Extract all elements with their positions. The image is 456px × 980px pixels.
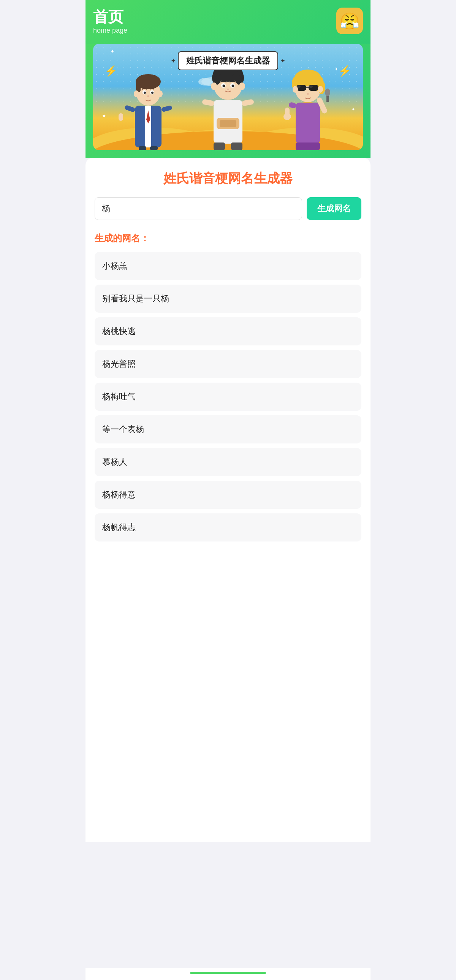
svg-point-32 — [232, 85, 234, 88]
list-item[interactable]: 小杨羔 — [95, 252, 361, 280]
list-item[interactable]: 等一个表杨 — [95, 415, 361, 444]
result-list: 小杨羔别看我只是一只杨杨桃快逃杨光普照杨梅吐气等一个表杨慕杨人杨杨得意杨帆得志 — [95, 252, 361, 541]
svg-point-14 — [147, 95, 149, 97]
svg-point-59 — [325, 89, 330, 96]
banner-inner: 姓氏谐音梗网名生成器 ⚡ ⚡ ✦ ✦ ✦ ✦ — [93, 44, 363, 150]
list-item[interactable]: 慕杨人 — [95, 448, 361, 476]
input-row: 生成网名 — [95, 197, 361, 220]
svg-rect-41 — [214, 143, 225, 150]
svg-rect-39 — [202, 99, 215, 106]
svg-point-63 — [283, 113, 291, 120]
svg-rect-19 — [119, 113, 123, 121]
banner-title: 姓氏谐音梗网名生成器 — [178, 51, 278, 70]
svg-rect-21 — [139, 146, 146, 150]
svg-point-24 — [157, 91, 163, 97]
svg-rect-60 — [326, 96, 329, 102]
svg-point-13 — [151, 92, 154, 94]
avatar[interactable]: 😤 — [336, 8, 363, 34]
list-item[interactable]: 杨帆得志 — [95, 513, 361, 541]
svg-point-31 — [223, 85, 226, 88]
banner: 姓氏谐音梗网名生成器 ⚡ ⚡ ✦ ✦ ✦ ✦ — [86, 44, 370, 158]
svg-point-55 — [318, 86, 323, 93]
svg-point-54 — [292, 86, 298, 93]
svg-rect-20 — [161, 105, 173, 113]
svg-rect-22 — [150, 146, 158, 150]
scroll-bar-area — [86, 968, 370, 980]
name-input[interactable] — [95, 197, 302, 220]
svg-rect-64 — [296, 143, 320, 150]
svg-point-34 — [211, 83, 217, 90]
scroll-indicator — [190, 972, 266, 974]
page-title-en: home page — [93, 27, 127, 35]
list-item[interactable]: 杨桃快逃 — [95, 317, 361, 345]
svg-rect-38 — [220, 120, 236, 127]
svg-point-35 — [239, 83, 245, 90]
generate-button[interactable]: 生成网名 — [307, 197, 361, 220]
app-title: 姓氏谐音梗网名生成器 — [95, 170, 361, 186]
list-item[interactable]: 杨梅吐气 — [95, 383, 361, 411]
svg-rect-18 — [124, 105, 136, 113]
list-item[interactable]: 杨杨得意 — [95, 481, 361, 509]
results-label: 生成的网名： — [95, 232, 361, 244]
svg-point-12 — [144, 92, 146, 94]
svg-rect-40 — [241, 99, 254, 106]
avatar-emoji: 😤 — [340, 12, 359, 30]
main-content: 姓氏谐音梗网名生成器 生成网名 生成的网名： 小杨羔别看我只是一只杨杨桃快逃杨光… — [86, 158, 370, 842]
svg-point-23 — [134, 91, 139, 97]
header-text: 首页 home page — [93, 8, 127, 35]
svg-point-6 — [199, 78, 212, 86]
list-item[interactable]: 杨光普照 — [95, 350, 361, 378]
svg-point-52 — [309, 86, 313, 88]
header: 首页 home page 😤 — [86, 0, 370, 44]
svg-rect-57 — [296, 103, 320, 144]
page-title-zh: 首页 — [93, 8, 127, 26]
list-item[interactable]: 别看我只是一只杨 — [95, 285, 361, 313]
svg-rect-50 — [306, 87, 308, 88]
svg-point-53 — [307, 93, 309, 95]
svg-point-33 — [227, 89, 229, 90]
svg-rect-42 — [231, 143, 242, 150]
